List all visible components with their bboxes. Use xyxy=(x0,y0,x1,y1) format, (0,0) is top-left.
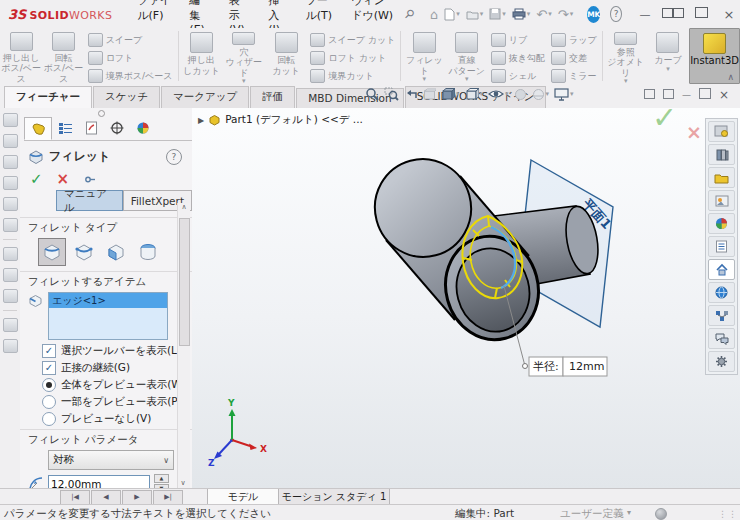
motion-study-tab[interactable]: モーション スタディ 1 xyxy=(278,489,390,505)
left-tool-icon-4[interactable] xyxy=(3,176,18,190)
tab-sketch[interactable]: スケッチ xyxy=(93,86,160,108)
partial-preview-option[interactable]: 一部をプレビュー表示(P) xyxy=(42,395,192,409)
spinner-up-icon[interactable]: ▲ xyxy=(154,474,169,483)
rib-button[interactable]: リブ xyxy=(491,33,545,47)
home-icon[interactable]: ⌂ xyxy=(430,7,438,22)
selected-edge-item[interactable]: エッジ<1> xyxy=(49,293,167,308)
apply-scene-button[interactable]: ▾ xyxy=(532,88,550,101)
pm-scrollbar-thumb[interactable] xyxy=(179,218,190,346)
customize-button[interactable] xyxy=(708,351,735,372)
appearances-button[interactable] xyxy=(708,213,735,234)
next-tab-button[interactable]: ▶ xyxy=(122,490,152,505)
first-tab-button[interactable]: |◀ xyxy=(60,490,90,505)
show-selection-toolbar-checkbox[interactable]: ✓ xyxy=(42,344,56,358)
open-button[interactable]: ▾ xyxy=(464,8,486,21)
sweep-button[interactable]: スイープ xyxy=(88,33,173,47)
curves-button[interactable]: カーブ ▾ xyxy=(647,28,689,84)
feature-tree-tab[interactable] xyxy=(52,117,78,138)
tab-evaluate[interactable]: 評価 xyxy=(250,86,295,108)
draft-button[interactable]: 抜き勾配 xyxy=(491,51,545,65)
hole-wizard-button[interactable]: 穴 ウィザード ▾ xyxy=(223,28,265,84)
fillet-button[interactable]: フィレット ▾ xyxy=(403,28,445,84)
face-fillet-button[interactable] xyxy=(102,238,130,266)
manual-mode-button[interactable]: マニュアル xyxy=(56,190,123,211)
boundary-boss-button[interactable]: 境界ボス/ベース xyxy=(88,69,173,83)
solidworks-resources-button[interactable] xyxy=(708,121,735,142)
home-pane-button[interactable] xyxy=(708,259,735,280)
graphics-viewport[interactable]: 平面1 xyxy=(192,108,740,488)
radius-input[interactable] xyxy=(48,475,150,488)
partial-preview-radio[interactable] xyxy=(42,395,56,409)
large-cylinder[interactable] xyxy=(364,148,550,350)
tab-markup[interactable]: マークアップ xyxy=(161,86,249,108)
lofted-cut-button[interactable]: ロフト カット xyxy=(310,51,395,65)
left-tool-icon-5[interactable] xyxy=(3,197,18,211)
close-document-button[interactable]: × xyxy=(719,88,729,102)
extruded-cut-button[interactable]: 押し出 しカット xyxy=(180,28,222,84)
3d-contentcentral-button[interactable] xyxy=(708,282,735,303)
fillet-parameters-group-header[interactable]: フィレット パラメータ ∧ xyxy=(28,433,184,447)
view-orientation-button[interactable]: ▾ xyxy=(441,87,460,101)
close-button[interactable]: × xyxy=(718,7,740,22)
section-view-button[interactable] xyxy=(423,88,436,101)
minimize-document-button[interactable]: — xyxy=(682,90,691,100)
left-tool-icon-1[interactable] xyxy=(3,113,18,127)
radius-spinner[interactable]: ▲▼ xyxy=(154,474,169,488)
print-button[interactable]: ▾ xyxy=(510,7,533,21)
configuration-manager-tab[interactable] xyxy=(78,117,104,138)
extruded-boss-button[interactable]: 押し出し ボス/ベース xyxy=(0,28,42,84)
cancel-button[interactable]: × xyxy=(57,172,70,186)
ribbon-collapse-chevron[interactable]: ∧ xyxy=(727,72,734,82)
fillet-profile-dropdown[interactable]: 対称 ∨ xyxy=(48,450,174,470)
revolved-boss-button[interactable]: 回転 ボス/ベース xyxy=(42,28,84,84)
show-selection-toolbar-option[interactable]: ✓ 選択ツールバーを表示(L) xyxy=(42,344,192,358)
intersect-button[interactable]: 交差 xyxy=(551,51,597,65)
constant-size-fillet-button[interactable] xyxy=(38,238,66,266)
design-library-button[interactable] xyxy=(708,144,735,165)
display-manager-tab[interactable] xyxy=(130,117,156,138)
items-to-fillet-group-header[interactable]: フィレットするアイテム ∧ xyxy=(28,275,184,289)
left-tool-icon-2[interactable] xyxy=(3,134,18,148)
wrap-button[interactable]: ラップ xyxy=(551,33,597,47)
no-preview-radio[interactable] xyxy=(42,412,56,426)
last-tab-button[interactable]: ▶| xyxy=(153,490,183,505)
configuration-dropdown-icon[interactable]: ▾ xyxy=(627,508,631,517)
left-tool-icon-11[interactable] xyxy=(3,339,18,353)
tangent-propagation-option[interactable]: ✓ 正接の継続(G) xyxy=(42,361,192,375)
no-preview-option[interactable]: プレビューなし(V) xyxy=(42,412,192,426)
full-round-fillet-button[interactable] xyxy=(134,238,162,266)
tree-expand-icon[interactable]: ▶ xyxy=(198,116,204,125)
flyout-feature-tree[interactable]: ▶ Part1 (デフォルト) <<デ ... xyxy=(198,113,363,127)
shell-button[interactable]: シェル xyxy=(491,69,545,83)
reference-geometry-button[interactable]: 参照 ジオメトリ ▾ xyxy=(604,28,646,84)
zoom-to-fit-button[interactable] xyxy=(365,87,379,101)
redo-button[interactable]: ↷ ▾ xyxy=(556,6,575,23)
variable-size-fillet-button[interactable] xyxy=(70,238,98,266)
confirm-ok-icon[interactable]: ✓ xyxy=(652,100,677,135)
zoom-to-area-button[interactable] xyxy=(384,87,399,101)
linear-pattern-button[interactable]: 直線 パターン ▾ xyxy=(446,28,488,84)
new-document-button[interactable]: ▾ xyxy=(442,7,462,22)
left-tool-icon-7[interactable] xyxy=(3,247,18,261)
left-tool-icon-9[interactable] xyxy=(3,289,18,303)
display-style-button[interactable]: ▾ xyxy=(465,87,484,101)
view-settings-button[interactable]: ▾ xyxy=(554,88,574,101)
swept-cut-button[interactable]: スイープ カット xyxy=(310,33,395,47)
ok-button[interactable]: ✓ xyxy=(30,172,43,186)
model-tab[interactable]: モデル xyxy=(207,489,279,505)
mirror-button[interactable]: ミラー xyxy=(551,69,597,83)
left-tool-icon-8[interactable] xyxy=(3,268,18,282)
full-preview-radio[interactable] xyxy=(42,378,56,392)
left-tool-icon-6[interactable] xyxy=(3,218,18,232)
tangent-propagation-checkbox[interactable]: ✓ xyxy=(42,361,56,375)
pin-menu-icon[interactable]: ⚲ xyxy=(402,6,418,22)
comments-button[interactable] xyxy=(708,328,735,349)
scroll-down-icon[interactable]: ∨ xyxy=(181,479,186,487)
keep-visible-pin-icon[interactable] xyxy=(83,173,96,186)
callout-value[interactable]: 12mm xyxy=(569,360,604,373)
edge-selection-listbox[interactable]: エッジ<1> xyxy=(48,292,168,340)
maximize-button[interactable] xyxy=(690,7,712,21)
loft-button[interactable]: ロフト xyxy=(88,51,173,65)
property-manager-tab[interactable] xyxy=(24,117,52,140)
material-status-icon[interactable] xyxy=(655,508,667,520)
